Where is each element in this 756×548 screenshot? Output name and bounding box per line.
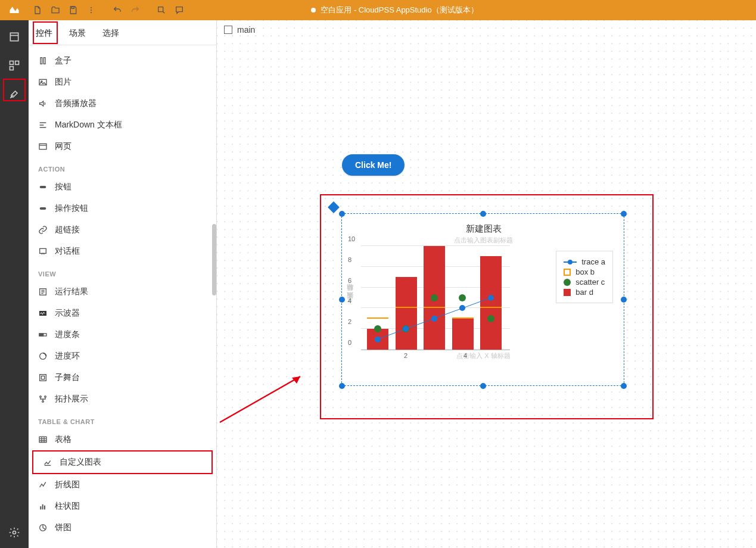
substage-icon: [38, 373, 48, 382]
xtick: 2: [404, 352, 407, 359]
item-box[interactable]: 盒子: [29, 50, 216, 71]
svg-rect-5: [10, 33, 18, 41]
web-icon: [38, 142, 48, 151]
scrollbar-thumb[interactable]: [212, 224, 216, 295]
svg-point-9: [13, 531, 16, 534]
svg-point-26: [45, 396, 46, 398]
resize-handle-se[interactable]: [621, 383, 627, 389]
resize-handle-ne[interactable]: [621, 211, 627, 217]
item-label: 对话框: [55, 246, 80, 257]
item-linechart[interactable]: 折线图: [29, 474, 216, 496]
svg-line-33: [220, 376, 300, 422]
item-table[interactable]: 表格: [29, 429, 216, 450]
chart-title[interactable]: 新建图表: [348, 223, 619, 235]
item-piechart[interactable]: 饼图: [29, 517, 216, 538]
chart-legend: trace a box b scatter c bar d: [556, 251, 613, 303]
item-label: 示波器: [55, 308, 80, 319]
svg-rect-6: [10, 61, 14, 65]
ytick: 4: [348, 297, 351, 304]
app-logo: [0, 0, 29, 20]
item-label: MarkDown 文本框: [55, 120, 122, 130]
redo-button[interactable]: [126, 0, 144, 20]
page-icon: [224, 26, 232, 34]
tab-select[interactable]: 选择: [102, 28, 119, 45]
svg-point-2: [91, 10, 92, 11]
item-scope[interactable]: 示波器: [29, 303, 216, 324]
svg-marker-34: [292, 376, 300, 384]
scope-icon: [38, 309, 48, 318]
item-web[interactable]: 网页: [29, 136, 216, 157]
line-point: [488, 295, 494, 301]
item-label: 拓扑展示: [55, 394, 88, 404]
resize-handle-nw[interactable]: [339, 211, 345, 217]
item-image[interactable]: 图片: [29, 71, 216, 93]
canvas-area[interactable]: main Click Me! 新建图表 点击输入图表副标题 点击输入 Y 轴标题…: [217, 20, 756, 548]
zoom-button[interactable]: [153, 0, 170, 20]
new-file-button[interactable]: [29, 0, 46, 20]
svg-rect-0: [71, 7, 74, 8]
resize-handle-n[interactable]: [480, 211, 486, 217]
item-dialog[interactable]: 对话框: [29, 241, 216, 262]
item-substage[interactable]: 子舞台: [29, 367, 216, 388]
svg-rect-31: [44, 506, 45, 510]
svg-rect-14: [39, 144, 46, 149]
barchart-icon: [38, 502, 48, 511]
page-icon[interactable]: [5, 27, 24, 46]
markdown-icon: [38, 120, 48, 130]
svg-rect-30: [42, 505, 43, 510]
save-button[interactable]: [64, 0, 82, 20]
section-table-chart: TABLE & CHART: [29, 410, 216, 429]
resize-handle-e[interactable]: [621, 297, 627, 303]
chart-xlabel[interactable]: 点击输入 X 轴标题: [348, 351, 619, 360]
resize-handle-w[interactable]: [339, 297, 345, 303]
item-button[interactable]: 按钮: [29, 176, 216, 198]
ytick: 2: [348, 318, 351, 325]
item-progressring[interactable]: 进度环: [29, 345, 216, 367]
table-icon: [38, 435, 48, 444]
more-menu-button[interactable]: [82, 0, 100, 20]
item-label: 饼图: [55, 522, 71, 533]
undo-button[interactable]: [108, 0, 126, 20]
annotation-arrow: [217, 372, 306, 425]
item-audio[interactable]: 音频播放器: [29, 93, 216, 114]
chart-subtitle[interactable]: 点击输入图表副标题: [348, 236, 619, 245]
svg-rect-15: [40, 186, 46, 188]
dialog-icon: [38, 247, 48, 256]
item-label: 子舞台: [55, 372, 80, 383]
chart-widget[interactable]: 新建图表 点击输入图表副标题 点击输入 Y 轴标题 0 2 4 6 8 10 2…: [348, 220, 619, 381]
tab-controls[interactable]: 控件: [36, 28, 52, 45]
link-icon: [38, 225, 48, 235]
open-file-button[interactable]: [46, 0, 64, 20]
tools-icon[interactable]: [5, 85, 24, 104]
item-link[interactable]: 超链接: [29, 219, 216, 241]
svg-rect-28: [39, 437, 46, 442]
item-barchart[interactable]: 柱状图: [29, 496, 216, 517]
item-label: 进度环: [55, 351, 80, 362]
left-iconbar: [0, 20, 29, 548]
clickme-button[interactable]: Click Me!: [342, 154, 405, 176]
ytick: 0: [348, 339, 351, 346]
item-progressbar[interactable]: 进度条: [29, 324, 216, 345]
linechart-icon: [38, 480, 48, 490]
comment-button[interactable]: [170, 0, 188, 20]
component-list: 盒子 图片 音频播放器 MarkDown 文本框 网页 ACTION 按钮 操作…: [29, 45, 216, 548]
item-markdown[interactable]: MarkDown 文本框: [29, 114, 216, 136]
breadcrumb-main: main: [237, 25, 255, 35]
title-bar: 空白应用 - CloudPSS AppStudio（测试版本）: [0, 0, 756, 20]
resize-handle-s[interactable]: [480, 383, 486, 389]
breadcrumb[interactable]: main: [224, 25, 255, 35]
xtick: 4: [463, 352, 467, 359]
settings-icon[interactable]: [5, 523, 24, 542]
item-result[interactable]: 运行结果: [29, 281, 216, 303]
resize-handle-sw[interactable]: [339, 383, 345, 389]
svg-rect-17: [40, 248, 46, 253]
item-label: 自定义图表: [60, 457, 101, 468]
item-customchart[interactable]: 自定义图表: [32, 450, 213, 474]
tab-scene[interactable]: 场景: [69, 28, 86, 45]
item-topology[interactable]: 拓扑展示: [29, 388, 216, 410]
blocks-icon[interactable]: [5, 56, 24, 75]
app-title: 空白应用 - CloudPSS AppStudio（测试版本）: [311, 5, 478, 15]
ytick: 6: [348, 277, 351, 284]
svg-rect-24: [41, 376, 44, 379]
item-opbutton[interactable]: 操作按钮: [29, 198, 216, 219]
